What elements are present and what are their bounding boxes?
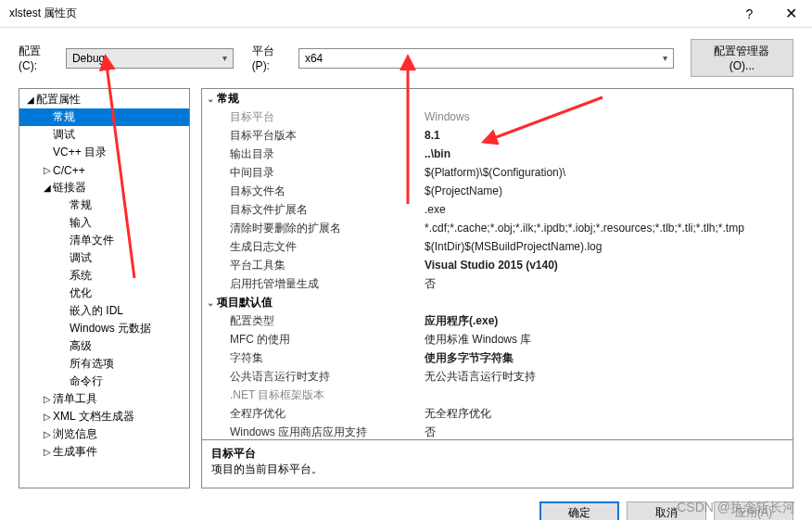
expand-open-icon[interactable]: ◢ <box>25 95 36 105</box>
property-row[interactable]: ⌄常规 <box>202 89 793 108</box>
property-row[interactable]: .NET 目标框架版本 <box>202 386 793 404</box>
property-key: 平台工具集 <box>202 258 425 273</box>
tree-item[interactable]: ◢链接器 <box>19 179 189 197</box>
property-value[interactable]: 无全程序优化 <box>425 406 793 422</box>
tree-item[interactable]: ▷浏览信息 <box>19 425 189 443</box>
tree-item[interactable]: 命令行 <box>19 373 189 390</box>
collapse-icon[interactable]: ⌄ <box>204 298 217 308</box>
help-icon[interactable]: ? <box>729 0 770 27</box>
property-value[interactable]: 否 <box>425 276 793 292</box>
property-key: ⌄常规 <box>201 91 417 107</box>
property-value[interactable]: 无公共语言运行时支持 <box>425 369 793 385</box>
property-row[interactable]: 生成日志文件$(IntDir)$(MSBuildProjectName).log <box>202 237 793 256</box>
footer: 确定 取消 应用(A) <box>0 488 812 520</box>
property-key: .NET 目标框架版本 <box>202 387 425 403</box>
property-row[interactable]: ⌄项目默认值 <box>202 293 793 311</box>
property-row[interactable]: Windows 应用商店应用支持否 <box>202 423 793 440</box>
tree-panel[interactable]: ◢配置属性常规调试VC++ 目录▷C/C++◢链接器常规输入清单文件调试系统优化… <box>19 88 190 488</box>
property-value[interactable]: .exe <box>425 203 793 216</box>
property-row[interactable]: 输出目录..\bin <box>202 145 793 163</box>
platform-dropdown[interactable]: x64 ▾ <box>298 48 674 69</box>
platform-label: 平台(P): <box>252 44 291 72</box>
tree-item[interactable]: ▷清单工具 <box>19 390 189 408</box>
property-key: 输出目录 <box>202 146 425 162</box>
tree-item-label: 系统 <box>70 268 92 284</box>
property-key: 目标平台版本 <box>202 128 425 144</box>
property-value[interactable]: Windows <box>425 110 793 123</box>
property-row[interactable]: 平台工具集Visual Studio 2015 (v140) <box>202 256 793 274</box>
tree-item[interactable]: 调试 <box>19 249 189 267</box>
property-row[interactable]: 清除时要删除的扩展名*.cdf;*.cache;*.obj;*.ilk;*.ip… <box>202 219 793 237</box>
cancel-button[interactable]: 取消 <box>627 501 706 520</box>
tree-item-label: VC++ 目录 <box>53 145 107 160</box>
config-manager-button[interactable]: 配置管理器(O)... <box>691 39 793 77</box>
tree-item-label: 清单工具 <box>53 391 97 407</box>
property-value[interactable]: Visual Studio 2015 (v140) <box>425 259 793 272</box>
chevron-down-icon: ▾ <box>222 53 227 63</box>
property-row[interactable]: 公共语言运行时支持无公共语言运行时支持 <box>202 367 793 386</box>
tree-item[interactable]: 高级 <box>19 337 189 355</box>
expand-closed-icon[interactable]: ▷ <box>42 447 53 457</box>
config-dropdown[interactable]: Debug ▾ <box>66 48 234 69</box>
tree-item[interactable]: 所有选项 <box>19 355 189 373</box>
property-key: 清除时要删除的扩展名 <box>202 221 425 236</box>
property-value[interactable]: $(Platform)\$(Configuration)\ <box>425 166 793 179</box>
tree-item[interactable]: 嵌入的 IDL <box>19 302 189 320</box>
expand-closed-icon[interactable]: ▷ <box>42 429 53 439</box>
property-row[interactable]: 目标平台Windows <box>202 108 793 126</box>
property-row[interactable]: 字符集使用多字节字符集 <box>202 349 793 367</box>
config-bar: 配置(C): Debug ▾ 平台(P): x64 ▾ 配置管理器(O)... <box>0 28 812 88</box>
expand-closed-icon[interactable]: ▷ <box>42 412 53 422</box>
platform-value: x64 <box>305 52 323 65</box>
tree-item[interactable]: ▷生成事件 <box>19 443 189 461</box>
property-row[interactable]: 目标文件扩展名.exe <box>202 200 793 219</box>
property-row[interactable]: 启用托管增量生成否 <box>202 274 793 293</box>
tree-item[interactable]: 清单文件 <box>19 232 189 249</box>
tree-item-label: C/C++ <box>53 164 85 177</box>
property-value[interactable]: $(IntDir)$(MSBuildProjectName).log <box>425 240 793 253</box>
tree-item[interactable]: Windows 元数据 <box>19 320 189 337</box>
tree-item[interactable]: VC++ 目录 <box>19 144 189 161</box>
tree-item-label: 嵌入的 IDL <box>70 303 123 319</box>
property-value[interactable]: 应用程序(.exe) <box>425 313 793 329</box>
property-value[interactable]: 使用多字节字符集 <box>425 350 793 366</box>
collapse-icon[interactable]: ⌄ <box>204 94 217 104</box>
property-grid[interactable]: ⌄常规目标平台Windows目标平台版本8.1输出目录..\bin中间目录$(P… <box>201 88 793 440</box>
tree-item-label: 输入 <box>70 215 92 231</box>
tree-item[interactable]: 常规 <box>19 108 189 126</box>
tree-item-label: 高级 <box>70 338 92 354</box>
property-row[interactable]: 配置类型应用程序(.exe) <box>202 311 793 330</box>
tree-item[interactable]: 优化 <box>19 285 189 302</box>
config-value: Debug <box>72 52 105 65</box>
property-row[interactable]: 中间目录$(Platform)\$(Configuration)\ <box>202 163 793 182</box>
property-row[interactable]: 目标平台版本8.1 <box>202 126 793 145</box>
tree-item[interactable]: 输入 <box>19 214 189 232</box>
tree-item-label: 命令行 <box>70 374 103 389</box>
tree-item[interactable]: 常规 <box>19 197 189 214</box>
expand-open-icon[interactable]: ◢ <box>42 183 53 193</box>
property-row[interactable]: MFC 的使用使用标准 Windows 库 <box>202 330 793 349</box>
tree-item[interactable]: 调试 <box>19 126 189 144</box>
property-row[interactable]: 目标文件名$(ProjectName) <box>202 182 793 200</box>
expand-closed-icon[interactable]: ▷ <box>42 394 53 404</box>
apply-button[interactable]: 应用(A) <box>714 501 793 520</box>
property-key: 中间目录 <box>202 165 425 181</box>
tree-item-label: XML 文档生成器 <box>53 409 134 425</box>
tree-item[interactable]: 系统 <box>19 267 189 285</box>
tree-item[interactable]: ▷XML 文档生成器 <box>19 408 189 425</box>
property-key: ⌄项目默认值 <box>201 295 417 311</box>
tree-item[interactable]: ◢配置属性 <box>19 91 189 108</box>
expand-closed-icon[interactable]: ▷ <box>42 165 53 175</box>
property-key: MFC 的使用 <box>202 332 425 348</box>
close-icon[interactable]: ✕ <box>770 0 812 27</box>
property-value[interactable]: ..\bin <box>425 147 793 160</box>
titlebar: xlstest 属性页 ? ✕ <box>0 0 812 28</box>
tree-item[interactable]: ▷C/C++ <box>19 161 189 179</box>
ok-button[interactable]: 确定 <box>539 501 619 520</box>
property-value[interactable]: 使用标准 Windows 库 <box>425 332 793 348</box>
property-value[interactable]: 8.1 <box>425 129 793 142</box>
property-row[interactable]: 全程序优化无全程序优化 <box>202 404 793 423</box>
property-value[interactable]: $(ProjectName) <box>425 184 793 197</box>
property-value[interactable]: *.cdf;*.cache;*.obj;*.ilk;*.ipdb;*.iobj;… <box>425 222 793 235</box>
property-value[interactable]: 否 <box>425 425 793 440</box>
